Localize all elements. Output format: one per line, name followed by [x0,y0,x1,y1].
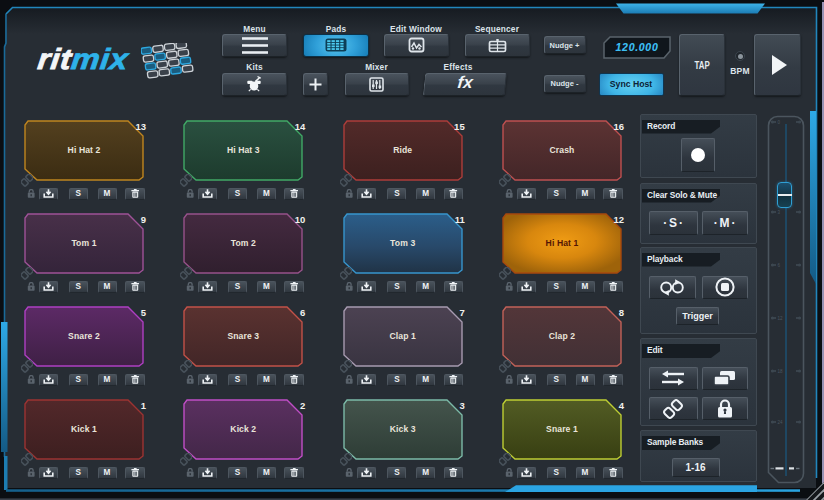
svg-text:0: 0 [778,120,781,125]
svg-text:3: 3 [778,210,781,215]
svg-text:12: 12 [778,316,784,321]
svg-text:24: 24 [778,420,784,425]
svg-text:18: 18 [778,369,784,374]
svg-text:120.000: 120.000 [616,41,659,53]
svg-text:6: 6 [778,263,781,268]
